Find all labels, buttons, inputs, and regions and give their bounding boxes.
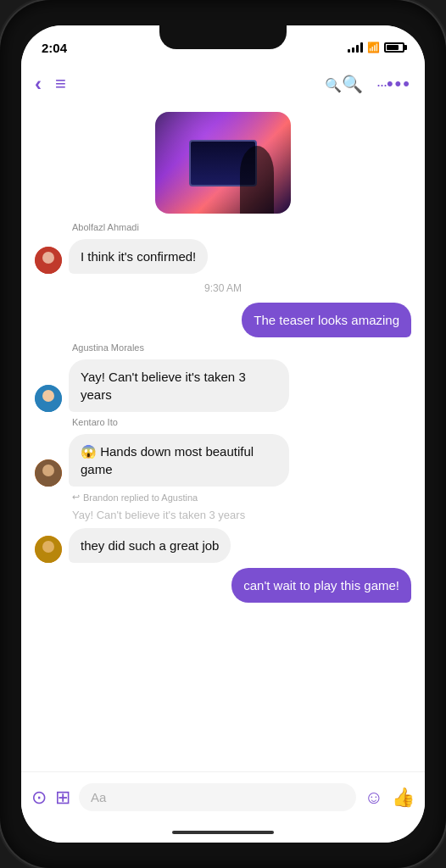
svg-point-7 [42,465,54,476]
message-row-sent-1: The teaser looks amazing [35,303,411,337]
nav-left [35,72,66,96]
wifi-icon: 📶 [367,42,380,53]
home-indicator [21,822,425,843]
camera-button[interactable]: ⊙ [31,787,47,809]
menu-button[interactable] [55,73,66,95]
more-button[interactable]: ••• [376,73,411,95]
battery-icon [384,42,404,53]
reply-quoted-wrap: Yay! Can't believe it's taken 3 years [35,509,411,523]
home-bar [172,831,274,834]
message-row-brandon: they did such a great job [35,528,411,563]
notch [159,25,287,49]
signal-icon [348,42,363,53]
search-button[interactable]: 🔍 [325,74,363,94]
bubble-sent-1: The teaser looks amazing [242,303,411,337]
timestamp-1: 9:30 AM [35,282,411,294]
sender-name-abolfazl: Abolfazl Ahmadi [35,222,411,232]
reply-icon: ↩ [72,492,80,503]
bottom-bar: ⊙ ⊞ Aa ☺ 👍 [21,771,425,822]
sender-name-kentaro: Kentaro Ito [35,417,411,427]
image-thumbnail[interactable] [155,112,291,214]
avatar-abolfazl [35,247,62,274]
avatar-agustina [35,385,62,412]
like-button[interactable]: 👍 [392,787,415,809]
image-message [35,112,411,214]
bubble-abolfazl: I think it's confirmed! [69,239,208,274]
message-row-abolfazl: I think it's confirmed! [35,239,411,274]
svg-point-4 [42,390,54,402]
message-row-agustina: Yay! Can't believe it's taken 3 years [35,359,411,412]
emoji-button[interactable]: ☺ [365,787,383,809]
message-row-kentaro: 😱 Hands down most beautiful game [35,434,411,487]
phone-frame: 2:04 📶 🔍 ••• [0,0,446,868]
svg-point-10 [42,541,54,553]
nav-right: 🔍 ••• [325,73,411,95]
chat-content: Abolfazl Ahmadi I think it's confirmed! … [21,105,425,771]
status-time: 2:04 [42,41,67,55]
reply-context: ↩ Brandon replied to Agustina [35,492,411,503]
phone-screen: 2:04 📶 🔍 ••• [21,25,425,843]
input-placeholder: Aa [91,790,106,804]
reply-label: Brandon replied to Agustina [83,492,198,503]
message-row-sent-2: can't wait to play this game! [35,568,411,603]
top-nav: 🔍 ••• [21,63,425,105]
sender-name-agustina: Agustina Morales [35,342,411,353]
message-input[interactable]: Aa [79,783,356,811]
bubble-agustina: Yay! Can't believe it's taken 3 years [69,359,289,412]
photo-button[interactable]: ⊞ [55,787,70,809]
avatar-brandon [35,536,62,563]
reply-quoted-text: Yay! Can't believe it's taken 3 years [72,509,245,521]
status-icons: 📶 [348,42,404,53]
bubble-sent-2: can't wait to play this game! [231,568,411,603]
bubble-brandon: they did such a great job [69,528,231,563]
avatar-kentaro [35,459,62,487]
bubble-kentaro: 😱 Hands down most beautiful game [69,434,289,487]
back-button[interactable] [35,72,42,96]
svg-point-1 [42,252,54,264]
